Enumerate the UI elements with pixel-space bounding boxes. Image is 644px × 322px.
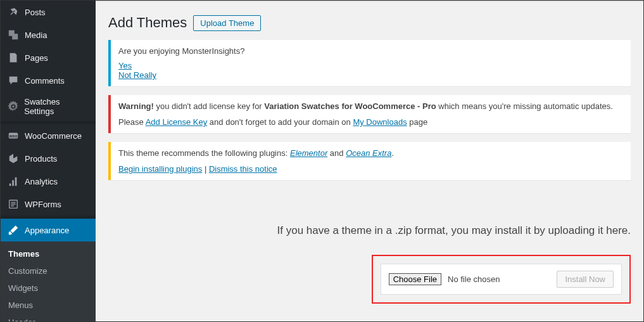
sidebar-item-swatches[interactable]: Swatches Settings — [1, 92, 96, 121]
choose-file-button[interactable]: Choose File — [389, 273, 441, 285]
link-elementor[interactable]: Elementor — [290, 148, 327, 158]
svg-text:woo: woo — [9, 134, 18, 138]
upload-form: Choose File No file chosen Install Now — [381, 264, 622, 295]
notice-text-2: Please Add License Key and don't forget … — [118, 117, 623, 127]
media-icon — [7, 29, 20, 41]
gear-icon — [7, 100, 19, 113]
sidebar-item-media[interactable]: Media — [1, 23, 96, 46]
brush-icon — [7, 224, 20, 236]
sidebar-item-label: Comments — [25, 76, 65, 86]
sidebar-item-products[interactable]: Products — [1, 147, 96, 170]
notice-text: This theme recommends the following plug… — [118, 148, 623, 158]
link-ocean-extra[interactable]: Ocean Extra — [346, 148, 391, 158]
product-name: Variation Swatches for WooCommerce - Pro — [264, 101, 436, 111]
sidebar-item-posts[interactable]: Posts — [1, 1, 96, 23]
sidebar-item-label: WPForms — [25, 200, 61, 209]
chart-icon — [7, 175, 20, 188]
upload-theme-button[interactable]: Upload Theme — [193, 15, 261, 31]
admin-sidebar: Posts Media Pages Comments Swatches Sett… — [1, 1, 96, 321]
warning-label: Warning! — [118, 101, 154, 111]
sidebar-item-appearance[interactable]: Appearance — [1, 219, 96, 242]
submenu-item-widgets[interactable]: Widgets — [1, 280, 96, 297]
sidebar-item-label: Posts — [25, 8, 46, 17]
sidebar-item-woocommerce[interactable]: woo WooCommerce — [1, 124, 96, 147]
notice-plugins: This theme recommends the following plug… — [108, 142, 631, 180]
install-now-button[interactable]: Install Now — [557, 271, 614, 288]
upload-section: If you have a theme in a .zip format, yo… — [108, 224, 631, 304]
upload-instruction: If you have a theme in a .zip format, yo… — [108, 224, 631, 237]
notice-actions: Begin installing plugins | Dismiss this … — [118, 164, 623, 174]
file-status: No file chosen — [448, 274, 500, 284]
sidebar-item-label: Media — [25, 30, 47, 40]
notice-monsterinsights: Are you enjoying MonsterInsights? Yes No… — [108, 40, 631, 86]
link-no[interactable]: Not Really — [118, 70, 156, 80]
sidebar-item-label: Appearance — [25, 226, 69, 235]
submenu-item-themes[interactable]: Themes — [1, 245, 96, 262]
link-add-license[interactable]: Add License Key — [146, 117, 208, 127]
sidebar-item-pages[interactable]: Pages — [1, 46, 96, 69]
submenu-item-header[interactable]: Header — [1, 314, 96, 321]
link-dismiss[interactable]: Dismiss this notice — [209, 164, 277, 174]
appearance-submenu: Themes Customize Widgets Menus Header In… — [1, 242, 96, 321]
content-area: Add Themes Upload Theme Are you enjoying… — [96, 1, 643, 321]
notice-question: Are you enjoying MonsterInsights? — [118, 46, 623, 56]
woo-icon: woo — [7, 129, 20, 142]
pin-icon — [7, 6, 20, 18]
link-yes[interactable]: Yes — [118, 61, 132, 70]
comment-icon — [7, 74, 20, 87]
sidebar-item-label: Products — [25, 154, 57, 164]
sidebar-item-wpforms[interactable]: WPForms — [1, 193, 96, 216]
sidebar-item-label: Swatches Settings — [24, 97, 89, 116]
sidebar-item-label: WooCommerce — [25, 131, 82, 141]
sidebar-item-analytics[interactable]: Analytics — [1, 170, 96, 193]
link-downloads[interactable]: My Downloads — [353, 117, 407, 127]
page-icon — [7, 51, 20, 64]
notice-license: Warning! you didn't add license key for … — [108, 95, 631, 133]
page-title: Add Themes — [108, 15, 187, 31]
sidebar-item-label: Pages — [25, 53, 48, 63]
link-begin-install[interactable]: Begin installing plugins — [118, 164, 202, 174]
cube-icon — [7, 152, 20, 165]
submenu-item-customize[interactable]: Customize — [1, 262, 96, 280]
submenu-item-menus[interactable]: Menus — [1, 297, 96, 314]
form-icon — [7, 198, 20, 210]
shadow-decor — [96, 1, 643, 2]
notice-text: Warning! you didn't add license key for … — [118, 101, 623, 111]
upload-highlight-box: Choose File No file chosen Install Now — [372, 255, 631, 304]
sidebar-item-label: Analytics — [25, 177, 58, 186]
page-header: Add Themes Upload Theme — [108, 15, 631, 31]
sidebar-item-comments[interactable]: Comments — [1, 69, 96, 92]
